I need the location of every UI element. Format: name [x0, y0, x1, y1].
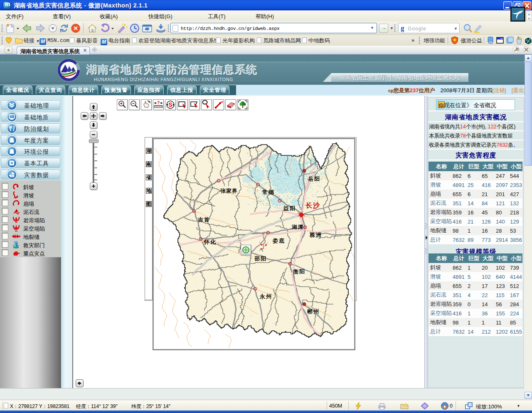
svg-text:永州: 永州 — [259, 293, 272, 300]
svg-text:衡阳: 衡阳 — [293, 268, 305, 275]
svg-text:?: ? — [157, 101, 160, 105]
svg-text:湘潭: 湘潭 — [291, 224, 304, 230]
svg-text:张家界: 张家界 — [220, 188, 238, 194]
svg-text:怀化: 怀化 — [204, 239, 217, 245]
svg-text:娄底: 娄底 — [272, 238, 285, 244]
svg-text:邵阳: 邵阳 — [254, 256, 267, 262]
svg-text:株洲: 株洲 — [309, 232, 322, 238]
svg-text:郴州: 郴州 — [307, 308, 320, 315]
svg-text:吉首: 吉首 — [198, 216, 210, 223]
svg-text:长沙: 长沙 — [305, 202, 320, 209]
svg-text:S: S — [169, 101, 172, 108]
svg-text:常德: 常德 — [262, 189, 275, 195]
svg-text:岳阳: 岳阳 — [308, 176, 320, 182]
svg-text:益阳: 益阳 — [283, 205, 296, 211]
